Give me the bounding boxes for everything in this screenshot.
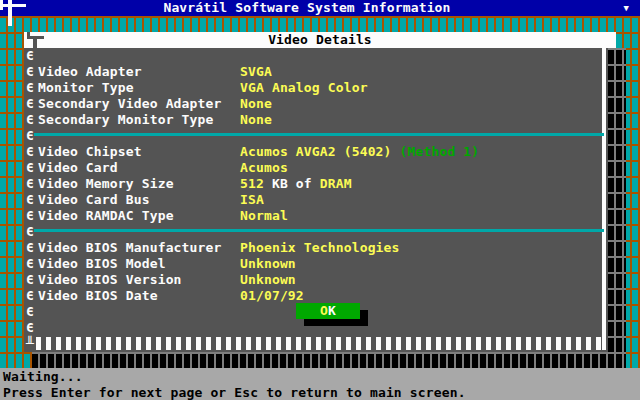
ok-button-hotkey: O — [320, 303, 328, 318]
dialog-title-bar: Video Details — [24, 32, 616, 48]
left-border-glyph: Є — [26, 128, 34, 144]
dropdown-arrow-icon[interactable]: ▼ — [623, 1, 629, 15]
ok-button[interactable]: OK — [296, 303, 360, 319]
detail-row: Video BIOS ManufacturerPhoenix Technolog… — [24, 240, 602, 256]
detail-value: None — [240, 96, 272, 112]
detail-value: None — [240, 112, 272, 128]
detail-label: Secondary Video Adapter — [38, 96, 221, 112]
dialog-shadow-right — [608, 48, 626, 368]
detail-value-part: Phoenix Technologies — [240, 240, 400, 255]
detail-label: Video BIOS Date — [38, 288, 158, 304]
detail-value-part: Acumos — [240, 160, 288, 175]
detail-row: Monitor TypeVGA Analog Color — [24, 80, 602, 96]
detail-value: Unknown — [240, 272, 296, 288]
detail-value-part: 512 — [240, 176, 272, 191]
app-icon-edge — [0, 0, 3, 10]
detail-value-part: Normal — [240, 208, 288, 223]
detail-row: Video ChipsetAcumos AVGA2 (5402) (Method… — [24, 144, 602, 160]
detail-row: Video RAMDAC TypeNormal — [24, 208, 602, 224]
app-icon-bar — [2, 4, 26, 7]
dialog-title: Video Details — [268, 32, 372, 47]
screen: Navrátil Software System Information ▼ V… — [0, 0, 640, 400]
left-border-glyph: Є — [26, 320, 34, 336]
status-waiting-text: Waiting... — [3, 369, 633, 385]
detail-value: VGA Analog Color — [240, 80, 368, 96]
detail-value-part: VGA Analog Color — [240, 80, 368, 95]
detail-value-part: None — [240, 112, 272, 127]
detail-value-part: Unknown — [240, 256, 296, 271]
detail-value-part: Acumos AVGA2 (5402) — [240, 144, 400, 159]
separator-line — [34, 229, 604, 232]
detail-value: 512 KB of DRAM — [240, 176, 352, 192]
detail-value-part: 01/07/92 — [240, 288, 304, 303]
detail-value-part: DRAM — [320, 176, 352, 191]
status-bar: Waiting... Press Enter for next page or … — [0, 368, 640, 400]
detail-value: 01/07/92 — [240, 288, 304, 304]
left-border-glyph: Є — [26, 304, 34, 320]
status-help-text: Press Enter for next page or Esc to retu… — [3, 385, 633, 400]
detail-row: Secondary Monitor TypeNone — [24, 112, 602, 128]
dialog-bottom-border — [36, 337, 602, 350]
detail-label: Video BIOS Version — [38, 272, 182, 288]
detail-row: Video Card BusISA — [24, 192, 602, 208]
detail-value: Acumos — [240, 160, 288, 176]
dialog-icon-edge — [27, 32, 30, 39]
app-title-bar: Navrátil Software System Information ▼ — [0, 0, 640, 16]
detail-row: Video CardAcumos — [24, 160, 602, 176]
detail-label: Video Card — [38, 160, 118, 176]
detail-label: Video BIOS Model — [38, 256, 166, 272]
detail-row: Video Memory Size512 KB of DRAM — [24, 176, 602, 192]
dialog-right-border — [602, 48, 606, 350]
dialog-shadow-bottom — [32, 352, 626, 368]
detail-value: ISA — [240, 192, 264, 208]
detail-value-part: ISA — [240, 192, 264, 207]
dialog-bottom-corner-glyph: ╨ — [26, 336, 34, 352]
detail-label: Video Adapter — [38, 64, 142, 80]
detail-value-part: Unknown — [240, 272, 296, 287]
left-border-glyph: Є — [26, 224, 34, 240]
app-title: Navrátil Software System Information — [0, 0, 614, 16]
detail-value: Normal — [240, 208, 288, 224]
detail-value: Unknown — [240, 256, 296, 272]
detail-row: Secondary Video AdapterNone — [24, 96, 602, 112]
detail-label: Video RAMDAC Type — [38, 208, 174, 224]
ok-button-label-rest: K — [328, 303, 336, 318]
detail-row: Video BIOS ModelUnknown — [24, 256, 602, 272]
detail-value-part: KB of — [272, 176, 320, 191]
detail-value-part: SVGA — [240, 64, 272, 79]
detail-value: SVGA — [240, 64, 272, 80]
detail-label: Video Memory Size — [38, 176, 174, 192]
detail-value-part: (Method 1) — [400, 144, 480, 159]
separator-line — [34, 133, 604, 136]
detail-label: Secondary Monitor Type — [38, 112, 214, 128]
detail-row: Video BIOS VersionUnknown — [24, 272, 602, 288]
detail-label: Video Chipset — [38, 144, 142, 160]
detail-value: Phoenix Technologies — [240, 240, 400, 256]
detail-value: Acumos AVGA2 (5402) (Method 1) — [240, 144, 479, 160]
detail-label: Monitor Type — [38, 80, 134, 96]
detail-row: Video AdapterSVGA — [24, 64, 602, 80]
video-details-dialog: ЄЄЄЄЄЄЄЄЄЄЄЄЄЄЄЄЄЄ Video AdapterSVGAMoni… — [24, 48, 608, 352]
detail-label: Video BIOS Manufacturer — [38, 240, 221, 256]
left-border-glyph: Є — [26, 48, 34, 64]
detail-label: Video Card Bus — [38, 192, 150, 208]
detail-value-part: None — [240, 96, 272, 111]
dialog-icon-stem — [33, 39, 37, 48]
app-icon-stem — [8, 0, 12, 26]
detail-row: Video BIOS Date01/07/92 — [24, 288, 602, 304]
